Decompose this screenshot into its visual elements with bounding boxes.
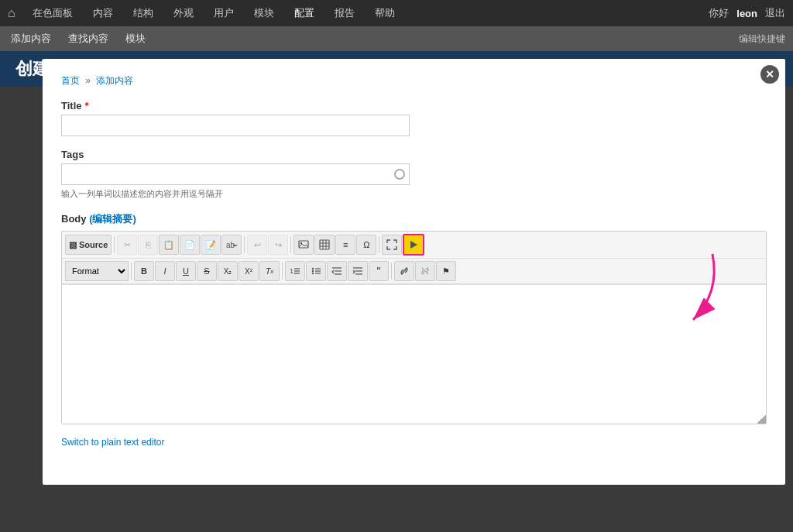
username-label: leon <box>736 8 757 19</box>
plain-text-link-area: Switch to plain text editor <box>61 437 767 448</box>
home-icon[interactable]: ⌂ <box>8 6 15 20</box>
editor-content-area[interactable] <box>62 284 766 424</box>
tags-circle-icon <box>394 169 405 180</box>
tags-hint: 输入一列单词以描述您的内容并用逗号隔开 <box>61 188 767 200</box>
source-icon: ▧ <box>69 240 77 250</box>
toolbar-row-1: ▧ Source ✂ ⎘ 📋 📄 📝 ab <box>62 232 766 259</box>
find-content-link[interactable]: 查找内容 <box>65 32 112 46</box>
title-input[interactable] <box>61 115 410 136</box>
toolbar-separator-5 <box>131 263 132 280</box>
greeting-text: 你好 <box>709 6 729 20</box>
edit-summary-link[interactable]: (编辑摘要) <box>89 213 136 225</box>
svg-rect-1 <box>299 241 308 248</box>
nav-config[interactable]: 配置 <box>291 6 318 20</box>
paste-text-button[interactable]: 📄 <box>180 235 200 255</box>
nav-reports[interactable]: 报告 <box>331 6 358 20</box>
nav-dashboard[interactable]: 在色面板 <box>29 6 76 20</box>
toolbar-separator-1 <box>114 236 115 253</box>
blockquote-button[interactable]: " <box>369 261 389 281</box>
spellcheck-button[interactable]: ab <box>221 235 242 255</box>
logout-link[interactable]: 退出 <box>765 6 785 20</box>
cut-button[interactable]: ✂ <box>117 235 137 255</box>
nav-structure[interactable]: 结构 <box>130 6 156 20</box>
nav-help[interactable]: 帮助 <box>372 6 398 20</box>
svg-point-14 <box>312 270 314 272</box>
svg-marker-8 <box>410 241 417 249</box>
tags-input-wrap <box>61 163 410 185</box>
table-button[interactable] <box>314 235 335 255</box>
body-label: Body (编辑摘要) <box>61 212 767 226</box>
svg-point-15 <box>312 273 314 274</box>
title-required: * <box>85 100 89 112</box>
unlink-button[interactable] <box>415 261 435 281</box>
breadcrumb-home[interactable]: 首页 <box>61 75 80 86</box>
image-button[interactable] <box>294 235 314 255</box>
tags-label: Tags <box>61 149 767 160</box>
superscript-button[interactable]: X² <box>239 261 259 281</box>
switch-to-plain-text-link[interactable]: Switch to plain text editor <box>61 437 164 448</box>
toolbar-separator-7 <box>391 263 392 280</box>
undo-button[interactable]: ↩ <box>247 235 267 255</box>
indent-button[interactable] <box>348 261 368 281</box>
nav-users[interactable]: 用户 <box>211 6 237 20</box>
modal-close-button[interactable]: ✕ <box>760 65 779 84</box>
paste-button[interactable]: 📋 <box>159 235 179 255</box>
tags-input[interactable] <box>61 163 410 185</box>
breadcrumb: 首页 » 添加内容 <box>61 74 767 88</box>
subscript-button[interactable]: X₂ <box>218 261 238 281</box>
bold-button[interactable]: B <box>134 261 154 281</box>
resize-handle[interactable] <box>757 414 766 424</box>
nav-content[interactable]: 内容 <box>90 6 116 20</box>
body-field-group: Body (编辑摘要) ▧ Source ✂ ⎘ 📋 📄 <box>61 212 767 424</box>
modules-link[interactable]: 模块 <box>122 32 149 46</box>
copy-button[interactable]: ⎘ <box>138 235 158 255</box>
underline-button[interactable]: U <box>176 261 196 281</box>
nav-appearance[interactable]: 外观 <box>170 6 197 20</box>
second-navigation: 添加内容 查找内容 模块 编辑快捷键 <box>0 26 793 51</box>
svg-rect-3 <box>320 240 329 249</box>
top-navigation: ⌂ 在色面板 内容 结构 外观 用户 模块 配置 报告 帮助 你好 leon 退… <box>0 0 793 26</box>
toolbar-separator-3 <box>290 236 291 253</box>
breadcrumb-current[interactable]: 添加内容 <box>96 75 133 86</box>
toolbar-row-2: Format Paragraph Heading 1 Heading 2 Hea… <box>62 259 766 284</box>
svg-point-13 <box>312 268 314 269</box>
orderedlist-button[interactable]: 1. <box>285 261 305 281</box>
outdent-button[interactable] <box>327 261 347 281</box>
breadcrumb-separator: » <box>85 75 91 86</box>
media-button[interactable] <box>403 234 424 256</box>
top-nav-user: 你好 leon 退出 <box>709 6 785 20</box>
toolbar-separator-4 <box>379 236 379 253</box>
fullscreen-button[interactable] <box>382 235 402 255</box>
editor-wrapper: ▧ Source ✂ ⎘ 📋 📄 📝 ab <box>61 231 767 424</box>
italic-button[interactable]: I <box>155 261 175 281</box>
toolbar-separator-6 <box>282 263 283 280</box>
source-button[interactable]: ▧ Source <box>65 235 112 255</box>
nav-modules[interactable]: 模块 <box>251 6 277 20</box>
removeformat-button[interactable]: Tx <box>259 261 280 281</box>
title-field-group: Title * <box>61 100 767 136</box>
unorderedlist-button[interactable] <box>306 261 326 281</box>
special-char-button[interactable]: Ω <box>356 235 376 255</box>
tags-field-group: Tags 输入一列单词以描述您的内容并用逗号隔开 <box>61 149 767 200</box>
paste-word-button[interactable]: 📝 <box>201 235 221 255</box>
title-label: Title * <box>61 100 767 112</box>
edit-shortcuts[interactable]: 编辑快捷键 <box>739 33 785 46</box>
anchor-button[interactable]: ⚑ <box>436 261 456 281</box>
redo-button[interactable]: ↪ <box>268 235 288 255</box>
format-select[interactable]: Format Paragraph Heading 1 Heading 2 Hea… <box>65 261 129 281</box>
modal-dialog: ✕ 首页 » 添加内容 Title * Tags 输入一列单词以描述您的内容并用… <box>43 59 785 485</box>
toolbar-separator-2 <box>244 236 245 253</box>
link-button[interactable] <box>394 261 414 281</box>
add-content-link[interactable]: 添加内容 <box>8 32 54 46</box>
strikethrough-button[interactable]: S <box>197 261 217 281</box>
page-background: 创建 文章 + Leon's Drupal 我的账户 退出 ✕ 首页 » 添加内… <box>0 51 793 531</box>
hr-button[interactable]: ≡ <box>335 235 355 255</box>
